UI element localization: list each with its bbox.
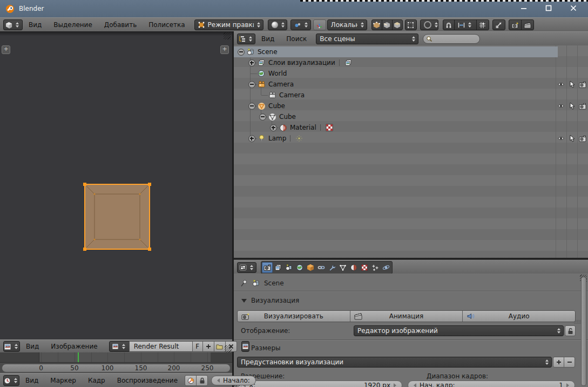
face-select-button[interactable]: [392, 19, 403, 30]
manipulator-toggle-button[interactable]: [313, 19, 326, 30]
menu-add[interactable]: Добавить: [98, 18, 143, 31]
outliner-row-camera[interactable]: Camera: [234, 79, 569, 90]
fake-user-button[interactable]: F: [192, 341, 203, 352]
outliner-row-cube-data[interactable]: Cube: [234, 111, 579, 122]
pivot-point-select[interactable]: [290, 19, 311, 30]
eye-icon[interactable]: [556, 133, 566, 144]
camera-restrict-icon[interactable]: [577, 79, 588, 90]
mode-select[interactable]: Режим правки: [194, 19, 263, 30]
collapse-icon[interactable]: [238, 49, 245, 56]
scrollbar-handle[interactable]: [2, 364, 231, 372]
snap-magnet-button[interactable]: [443, 19, 455, 30]
editor-type-button[interactable]: [3, 341, 20, 352]
minimize-button[interactable]: [511, 1, 536, 15]
menu-mesh[interactable]: Полисетка: [143, 18, 191, 31]
tab-render-layers[interactable]: [273, 262, 283, 273]
new-image-button[interactable]: [202, 341, 214, 352]
vertex-select-button[interactable]: [371, 19, 382, 30]
render-presets-select[interactable]: Предустановки визуализации: [237, 357, 552, 368]
breadcrumb-label[interactable]: Scene: [264, 279, 284, 287]
start-frame-field[interactable]: Начало:: [211, 376, 256, 385]
maximize-button[interactable]: [536, 1, 561, 15]
cursor-icon[interactable]: [566, 79, 577, 90]
tab-constraints[interactable]: [316, 262, 327, 273]
render-panel-header[interactable]: Визуализация: [234, 295, 588, 306]
collapse-icon[interactable]: [248, 103, 255, 110]
tab-material[interactable]: [348, 262, 359, 273]
dimensions-panel-header[interactable]: Размеры: [234, 343, 588, 353]
orientation-select[interactable]: Локально: [327, 19, 367, 30]
add-preset-button[interactable]: [553, 357, 564, 368]
region-expand-left-button[interactable]: +: [2, 45, 10, 54]
image-pin-button[interactable]: [241, 341, 249, 352]
remove-preset-button[interactable]: [564, 357, 575, 368]
preview-range-button[interactable]: [185, 375, 197, 386]
camera-restrict-icon[interactable]: [577, 133, 588, 144]
render-animation-button[interactable]: [521, 19, 534, 30]
resolution-x-field[interactable]: X: 1920 px: [237, 381, 402, 387]
cursor-icon[interactable]: [566, 133, 577, 144]
outliner-row-world[interactable]: World: [234, 68, 569, 79]
render-animation-button[interactable]: Анимация: [350, 311, 463, 322]
outliner-row-render-layers[interactable]: Слои визуализации: [234, 57, 569, 68]
tab-world[interactable]: [294, 262, 305, 273]
outliner-row-scene[interactable]: Scene: [234, 46, 558, 57]
camera-restrict-icon[interactable]: [577, 101, 588, 111]
region-expand-right-button[interactable]: +: [220, 45, 229, 54]
render-audio-button[interactable]: Аудио: [462, 311, 575, 322]
expand-icon[interactable]: [248, 135, 255, 142]
search-input[interactable]: [423, 34, 480, 44]
expand-icon[interactable]: [248, 59, 255, 66]
limit-to-visible-button[interactable]: [405, 19, 417, 30]
outliner-row-camera-data[interactable]: Camera: [234, 90, 579, 101]
render-still-button[interactable]: [509, 19, 522, 30]
cursor-icon[interactable]: [566, 101, 577, 111]
pin-icon[interactable]: [240, 279, 248, 287]
tab-scene[interactable]: [283, 262, 294, 273]
tab-texture[interactable]: [359, 262, 370, 273]
image-browse-button[interactable]: [109, 341, 130, 352]
expand-icon[interactable]: [270, 124, 277, 131]
viewport-shading-select[interactable]: [268, 19, 287, 30]
tab-object[interactable]: [305, 262, 316, 273]
outliner-row-cube[interactable]: Cube: [234, 101, 569, 111]
current-frame-marker[interactable]: [78, 352, 79, 362]
snap-peel-button[interactable]: [492, 19, 505, 30]
render-still-button[interactable]: Визуализировать: [238, 311, 350, 322]
snap-element-select[interactable]: [454, 19, 477, 30]
tab-particles[interactable]: [370, 262, 381, 273]
editor-type-button[interactable]: [237, 262, 256, 273]
outliner-row-material[interactable]: Material: [234, 122, 588, 133]
close-button[interactable]: [561, 1, 586, 15]
lock-time-button[interactable]: [196, 375, 208, 386]
menu-image[interactable]: Изображение: [45, 340, 103, 353]
menu-marker[interactable]: Маркер: [44, 374, 82, 387]
menu-view[interactable]: Вид: [20, 340, 45, 353]
properties-scrollbar[interactable]: [581, 277, 586, 386]
menu-view[interactable]: Вид: [23, 18, 48, 31]
tab-object-data[interactable]: [337, 262, 348, 273]
collapse-icon[interactable]: [248, 81, 255, 88]
eye-icon[interactable]: [556, 79, 566, 90]
display-select[interactable]: Редактор изображений: [354, 325, 564, 336]
outliner-display-select[interactable]: Все сцены: [316, 34, 418, 44]
timeline-ruler[interactable]: [0, 352, 232, 362]
snap-target-button[interactable]: [476, 19, 489, 30]
start-frame-field[interactable]: Нач. кадр: 1: [408, 381, 575, 387]
editor-type-button[interactable]: [3, 375, 19, 386]
editor-type-button[interactable]: [237, 34, 255, 44]
menu-frame[interactable]: Кадр: [82, 374, 111, 387]
timeline-horizontal-scrollbar[interactable]: 0 50 100 150 200 250: [0, 362, 232, 373]
panel-collapse-icon[interactable]: [241, 299, 247, 303]
lock-interface-button[interactable]: [565, 325, 576, 336]
image-name-field[interactable]: Render Result: [129, 341, 193, 352]
menu-view[interactable]: Вид: [255, 32, 280, 45]
tab-modifiers[interactable]: [327, 262, 337, 273]
outliner-row-lamp[interactable]: Lamp: [234, 133, 569, 144]
eye-icon[interactable]: [556, 101, 566, 111]
tab-physics[interactable]: [381, 262, 391, 273]
menu-search[interactable]: Поиск: [280, 32, 313, 45]
tab-render[interactable]: [262, 262, 273, 273]
menu-select[interactable]: Выделение: [48, 18, 98, 31]
editor-type-button[interactable]: [3, 19, 23, 30]
